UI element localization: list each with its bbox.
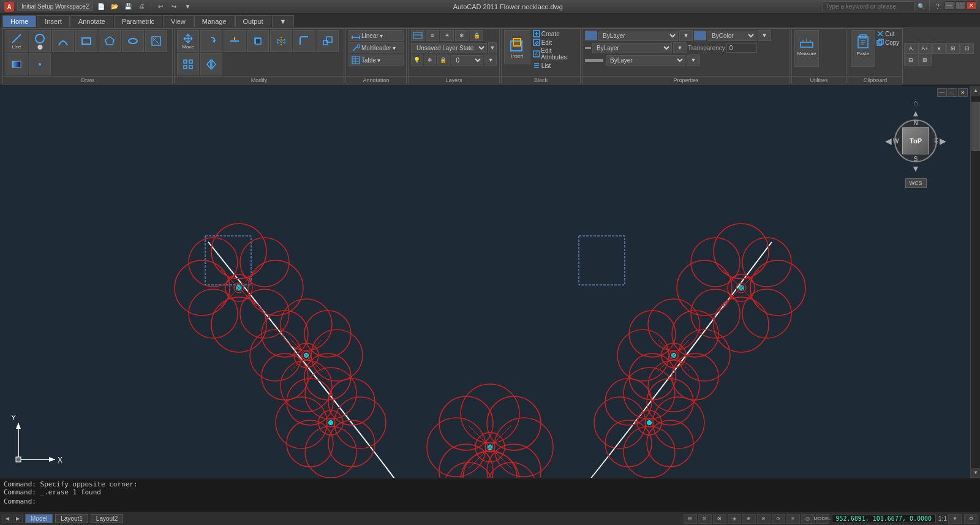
save-btn[interactable]: 💾 [123,1,134,12]
inner-minimize-btn[interactable]: — [937,88,947,97]
dynin-btn[interactable]: ⊙ [772,514,785,524]
table-btn[interactable]: Table ▾ [349,55,404,66]
rt-btn7[interactable]: ⊠ [918,55,932,66]
compass-e[interactable]: E [934,138,938,145]
inner-maximize-btn[interactable]: □ [948,88,957,97]
copy-clipboard-btn[interactable]: Copy [876,39,899,46]
layer-match-btn[interactable]: ≡ [426,30,439,41]
point-btn[interactable] [29,53,51,75]
viewcube-right-arrow[interactable]: ▶ [940,136,946,146]
arc-btn[interactable] [52,30,74,52]
bycolor-select[interactable]: ByColor [707,31,756,41]
tab-left-btn[interactable]: ◀ [2,515,12,523]
linear-btn[interactable]: Linear ▾ [349,30,404,41]
tab-right-btn[interactable]: ▶ [13,515,23,523]
scale-btn[interactable] [317,30,339,52]
home-icon[interactable]: ⌂ [913,98,918,107]
compass-n[interactable]: N [913,119,918,126]
cut-btn[interactable]: Cut [876,30,899,37]
bylayer-dropdown-btn[interactable]: ▼ [679,30,693,41]
viewport[interactable]: — □ ✕ [0,86,980,478]
model-tab[interactable]: Model [25,514,53,523]
insert-btn[interactable]: Insert [504,30,530,64]
layer-freeze-btn[interactable]: ❄ [455,30,469,41]
stretch-btn[interactable] [200,53,222,75]
settings-btn[interactable]: ⚙ [964,514,978,524]
tab-more[interactable]: ▼ [272,15,295,27]
tab-home[interactable]: Home [2,15,36,27]
bycolor-dropdown-btn[interactable]: ▼ [758,30,771,41]
layout1-tab[interactable]: Layout1 [55,514,88,523]
tab-insert[interactable]: Insert [37,15,70,27]
hatch-btn[interactable] [145,30,167,52]
close-btn[interactable]: ✕ [967,1,976,10]
ortho-btn[interactable]: ⊠ [713,514,726,524]
workspace-selector[interactable]: Initial Setup Workspace2 [17,2,93,11]
trim-btn[interactable] [224,30,246,52]
viewcube-top[interactable]: ToP [902,127,929,154]
rotate-btn[interactable] [200,30,222,52]
tab-parametric[interactable]: Parametric [114,15,162,27]
print-btn[interactable]: 🖨 [136,1,147,12]
tab-output[interactable]: Output [235,15,271,27]
cmd-input[interactable] [39,497,976,505]
edit-attributes-btn[interactable]: A Edit Attributes [533,47,578,61]
lineweight-dropdown-btn[interactable]: ▼ [687,55,700,66]
lineweight-btn[interactable]: ≡ [786,514,800,524]
multileader-btn[interactable]: Multileader ▾ [349,42,404,53]
zoom-btn[interactable]: ▼ [948,514,962,524]
viewcube-left-arrow[interactable]: ◀ [885,136,892,146]
lineweight-select[interactable]: ByLayer [606,55,685,66]
compass-w[interactable]: W [893,138,899,145]
copy-btn[interactable] [247,30,269,52]
drawing-area[interactable]: Y X [0,86,980,478]
search-btn[interactable]: 🔍 [916,1,927,12]
bylayer-select[interactable]: ByLayer [598,31,678,41]
layer-state-select[interactable]: Unsaved Layer State [411,43,487,53]
layer-off-btn[interactable]: ☀ [440,30,454,41]
rt-btn5[interactable]: ⊡ [960,43,974,54]
open-btn[interactable]: 📂 [109,1,120,12]
edit-block-btn[interactable]: Edit [533,39,578,46]
viewcube-up-arrow[interactable]: ▲ [911,108,921,118]
layer-state-btn[interactable]: ▼ [488,42,497,53]
app-icon[interactable]: A [4,1,15,12]
rt-btn6[interactable]: ⊟ [904,55,918,66]
poly-btn[interactable] [99,30,121,52]
paste-btn[interactable]: Paste [851,30,875,67]
wcs-button[interactable]: WCS [905,178,927,188]
measure-btn[interactable]: Measure [794,30,819,67]
snap-btn[interactable]: ⊞ [684,514,697,524]
rt-btn2[interactable]: A+ [918,43,932,54]
new-btn[interactable]: 📄 [96,1,107,12]
tab-manage[interactable]: Manage [194,15,235,27]
tab-view[interactable]: View [163,15,194,27]
rt-btn1[interactable]: A [904,43,918,54]
move-btn[interactable]: Move [177,30,199,52]
circle-btn[interactable]: ⬤ [29,30,51,52]
rt-btn3[interactable]: ♦ [932,43,946,54]
viewcube-down-arrow[interactable]: ▼ [911,164,921,173]
fillet-btn[interactable] [293,30,315,52]
tab-annotate[interactable]: Annotate [70,15,113,27]
minimize-btn[interactable]: — [944,1,954,10]
scroll-up-btn[interactable]: ▲ [971,86,980,96]
create-block-btn[interactable]: Create [533,30,578,37]
compass-s[interactable]: S [914,156,918,162]
undo-btn[interactable]: ↩ [155,1,166,12]
otrack-btn[interactable]: ⊘ [757,514,771,524]
layer-prop-btn[interactable] [411,30,424,41]
help-btn[interactable]: ? [932,1,943,12]
osnap-btn[interactable]: ⊕ [742,514,756,524]
polar-btn[interactable]: ◈ [728,514,741,524]
rt-btn4[interactable]: ⊞ [946,43,960,54]
layer-value-select[interactable]: 0 [451,55,484,66]
mirror-btn[interactable] [270,30,292,52]
inner-close-btn[interactable]: ✕ [958,88,968,97]
ellipse-btn[interactable] [122,30,144,52]
misc-btn[interactable]: ▼ [182,1,193,12]
list-btn[interactable]: List [533,62,578,69]
layout2-tab[interactable]: Layout2 [91,514,124,523]
line-btn[interactable]: Line [6,30,28,52]
search-input[interactable] [823,1,914,12]
